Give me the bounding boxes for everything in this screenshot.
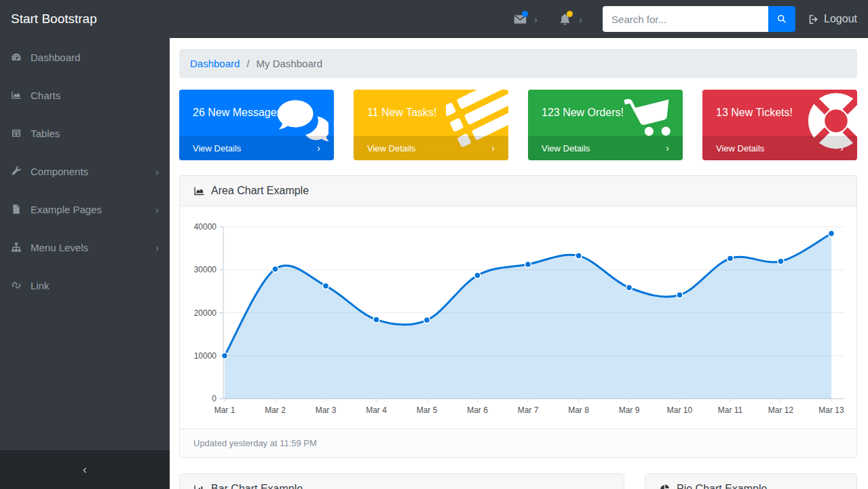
chevron-right-icon: › xyxy=(491,143,495,153)
sidebar-item-label: Charts xyxy=(31,90,60,101)
area-chart-panel: Area Chart Example 010000200003000040000… xyxy=(179,175,857,458)
stat-card-orders: 123 New Orders!View Details› xyxy=(528,90,683,160)
stat-card-title: 26 New Messages! xyxy=(193,107,285,119)
stat-card-view-details-tickets[interactable]: View Details› xyxy=(702,136,857,160)
area-chart-panel-footer: Updated yesterday at 11:59 PM xyxy=(180,429,856,457)
stat-card-title: 123 New Orders! xyxy=(542,107,624,119)
sidebar: DashboardChartsTablesComponents›Example … xyxy=(0,38,170,489)
top-navbar: Start Bootstrap › › xyxy=(0,0,868,38)
bottom-panels-row: Bar Chart ExamplePie Chart Example xyxy=(179,473,857,489)
svg-text:Mar 13: Mar 13 xyxy=(818,405,844,415)
chevron-right-icon: › xyxy=(155,242,159,253)
panel-header: Bar Chart Example xyxy=(180,474,624,489)
area-chart: 010000200003000040000Mar 1Mar 2Mar 3Mar … xyxy=(193,213,844,422)
svg-text:Mar 6: Mar 6 xyxy=(467,405,488,415)
pie-chart-icon xyxy=(659,484,671,489)
sidebar-nav: DashboardChartsTablesComponents›Example … xyxy=(0,38,170,304)
svg-text:Mar 8: Mar 8 xyxy=(568,405,589,415)
view-details-label: View Details xyxy=(367,143,415,153)
sidebar-item-link[interactable]: Link xyxy=(0,266,170,304)
logout-label: Logout xyxy=(824,13,857,25)
svg-text:40000: 40000 xyxy=(194,222,217,232)
sidebar-item-label: Link xyxy=(31,280,50,291)
stat-card-tasks: 11 New Tasks!View Details› xyxy=(354,90,508,160)
chevron-left-icon: ‹ xyxy=(83,463,87,477)
alerts-badge xyxy=(567,11,573,17)
panel-header: Pie Chart Example xyxy=(645,474,856,489)
chevron-right-icon: › xyxy=(155,204,159,215)
navbar-right: › › Logout xyxy=(513,6,857,32)
svg-text:Mar 3: Mar 3 xyxy=(316,405,337,415)
sidebar-item-label: Components xyxy=(31,166,88,177)
sidebar-item-dashboard[interactable]: Dashboard xyxy=(0,38,170,76)
brand[interactable]: Start Bootstrap xyxy=(11,12,97,26)
bar-chart-icon xyxy=(193,484,205,489)
search-form xyxy=(603,6,795,32)
chevron-right-icon: › xyxy=(840,143,844,153)
chevron-right-icon: › xyxy=(534,14,537,24)
table-icon xyxy=(11,128,23,139)
logout-link[interactable]: Logout xyxy=(808,13,857,25)
chevron-right-icon: › xyxy=(666,143,669,153)
panel-title: Bar Chart Example xyxy=(211,483,303,489)
alerts-dropdown[interactable]: › xyxy=(558,12,582,26)
chevron-right-icon: › xyxy=(155,166,159,177)
stat-card-messages: 26 New Messages!View Details› xyxy=(179,90,334,160)
sidebar-item-label: Menu Levels xyxy=(31,242,88,253)
chevron-right-icon: › xyxy=(317,143,320,153)
bar-chart-example-panel: Bar Chart Example xyxy=(179,473,624,489)
wrench-icon xyxy=(11,166,23,177)
area-chart-icon xyxy=(193,185,205,197)
area-chart-icon xyxy=(11,90,23,101)
stat-card-view-details-orders[interactable]: View Details› xyxy=(528,136,683,160)
chevron-right-icon: › xyxy=(579,14,582,24)
sidebar-item-label: Tables xyxy=(31,128,60,139)
file-icon xyxy=(11,204,23,215)
sidebar-item-components[interactable]: Components› xyxy=(0,152,170,190)
pie-chart-example-panel: Pie Chart Example xyxy=(645,473,857,489)
stat-card-view-details-messages[interactable]: View Details› xyxy=(179,136,334,160)
search-icon xyxy=(776,14,787,24)
breadcrumb-separator: / xyxy=(246,58,249,69)
svg-text:20000: 20000 xyxy=(194,308,217,318)
search-input[interactable] xyxy=(603,6,768,32)
stat-card-title: 13 New Tickets! xyxy=(716,107,793,119)
sidebar-collapse-button[interactable]: ‹ xyxy=(0,450,170,489)
sidebar-item-tables[interactable]: Tables xyxy=(0,114,170,152)
svg-text:Mar 9: Mar 9 xyxy=(619,405,640,415)
view-details-label: View Details xyxy=(542,143,590,153)
tachometer-icon xyxy=(11,52,23,62)
panel-title: Area Chart Example xyxy=(211,185,309,197)
view-details-label: View Details xyxy=(193,143,241,153)
breadcrumb: Dashboard / My Dashboard xyxy=(179,49,857,78)
breadcrumb-current: My Dashboard xyxy=(257,58,323,69)
sign-out-icon xyxy=(808,14,819,25)
breadcrumb-link-dashboard[interactable]: Dashboard xyxy=(190,58,240,69)
svg-text:Mar 10: Mar 10 xyxy=(667,405,693,415)
panel-title: Pie Chart Example xyxy=(677,483,767,489)
search-button[interactable] xyxy=(768,6,795,32)
view-details-label: View Details xyxy=(716,143,764,153)
sitemap-icon xyxy=(11,242,23,253)
messages-badge xyxy=(522,11,528,17)
area-chart-panel-header: Area Chart Example xyxy=(180,176,856,206)
sidebar-item-charts[interactable]: Charts xyxy=(0,76,170,114)
main-content: Dashboard / My Dashboard 26 New Messages… xyxy=(170,38,868,489)
messages-dropdown[interactable]: › xyxy=(513,12,537,26)
link-icon xyxy=(11,280,23,291)
sidebar-item-example-pages[interactable]: Example Pages› xyxy=(0,190,170,228)
svg-text:Mar 11: Mar 11 xyxy=(718,405,743,415)
svg-text:Mar 4: Mar 4 xyxy=(366,405,387,415)
sidebar-item-menu-levels[interactable]: Menu Levels› xyxy=(0,228,170,266)
sidebar-item-label: Dashboard xyxy=(31,52,80,63)
svg-text:10000: 10000 xyxy=(194,351,217,361)
stat-cards-row: 26 New Messages!View Details›11 New Task… xyxy=(179,90,857,160)
svg-text:Mar 12: Mar 12 xyxy=(768,405,794,415)
svg-text:Mar 2: Mar 2 xyxy=(265,405,286,415)
svg-text:Mar 1: Mar 1 xyxy=(214,405,235,415)
stat-card-title: 11 New Tasks! xyxy=(367,107,437,119)
stat-card-view-details-tasks[interactable]: View Details› xyxy=(354,136,508,160)
svg-text:Mar 5: Mar 5 xyxy=(417,405,438,415)
sidebar-item-label: Example Pages xyxy=(31,204,102,215)
svg-text:30000: 30000 xyxy=(194,265,217,274)
